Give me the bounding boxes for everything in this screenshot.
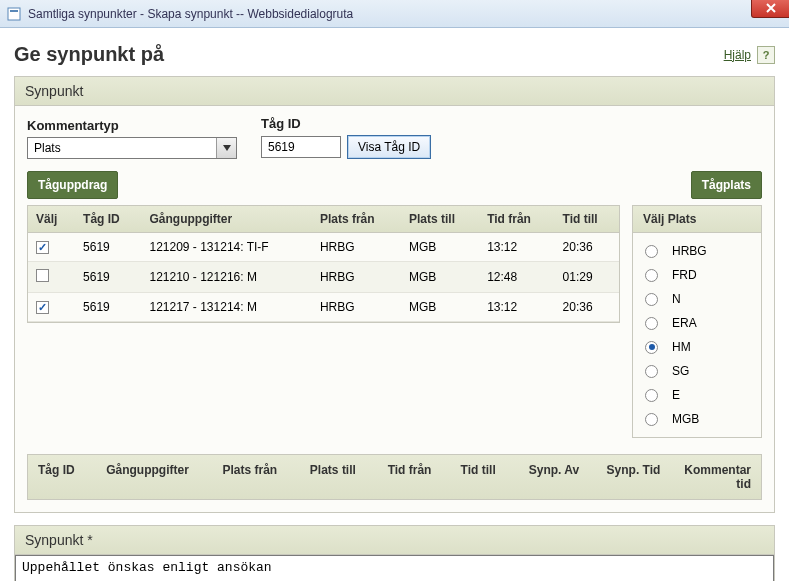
radio-label: HRBG [672, 244, 707, 258]
radio-row[interactable]: MGB [641, 407, 753, 431]
cell-tidfran: 13:12 [479, 293, 554, 322]
close-button[interactable] [751, 0, 789, 18]
radio-label: SG [672, 364, 689, 378]
page-head: Ge synpunkt på Hjälp ? [14, 39, 775, 76]
page-icon [6, 6, 22, 22]
cell-gang: 121217 - 131214: M [141, 293, 311, 322]
form-row: Kommentartyp Plats Tåg ID Visa Tåg ID [27, 116, 762, 159]
synpunkt-panel-title: Synpunkt [15, 77, 774, 106]
page-title: Ge synpunkt på [14, 43, 164, 66]
row-checkbox[interactable] [36, 241, 49, 254]
cell-platstill: MGB [401, 233, 479, 262]
lh-synpav: Synp. Av [529, 463, 587, 491]
titlebar: Samtliga synpunkter - Skapa synpunkt -- … [0, 0, 789, 28]
kommentartyp-field: Kommentartyp Plats [27, 118, 237, 159]
tagid-label: Tåg ID [261, 116, 431, 131]
radio-row[interactable]: SG [641, 359, 753, 383]
synpunkt-text-body [15, 555, 774, 581]
cell-platsfran: HRBG [312, 293, 401, 322]
lh-synptid: Synp. Tid [607, 463, 665, 491]
tagplats-side-panel: Välj Plats HRBGFRDNERAHMSGEMGB [632, 205, 762, 438]
radio-label: ERA [672, 316, 697, 330]
cell-tidfran: 13:12 [479, 233, 554, 262]
lh-platsfran: Plats från [222, 463, 289, 491]
svg-rect-0 [8, 8, 20, 20]
radio-icon [645, 293, 658, 306]
radio-icon [645, 269, 658, 282]
th-valj: Välj [28, 206, 75, 233]
chevron-down-icon [216, 138, 236, 158]
page: Ge synpunkt på Hjälp ? Synpunkt Kommenta… [0, 28, 789, 581]
radio-label: E [672, 388, 680, 402]
radio-icon [645, 365, 658, 378]
cell-platstill: MGB [401, 293, 479, 322]
radio-row[interactable]: ERA [641, 311, 753, 335]
radio-row[interactable]: HRBG [641, 239, 753, 263]
cell-platsfran: HRBG [312, 262, 401, 293]
cell-gang: 121209 - 131214: TI-F [141, 233, 311, 262]
tagid-field: Tåg ID Visa Tåg ID [261, 116, 431, 159]
svg-rect-1 [10, 10, 18, 12]
cell-tagid: 5619 [75, 262, 141, 293]
radio-row[interactable]: N [641, 287, 753, 311]
cell-gang: 121210 - 121216: M [141, 262, 311, 293]
cell-platsfran: HRBG [312, 233, 401, 262]
cell-tidtill: 01:29 [555, 262, 619, 293]
visa-tagid-button[interactable]: Visa Tåg ID [347, 135, 431, 159]
tagid-input[interactable] [261, 136, 341, 158]
tab-buttons-row: Tåguppdrag Tågplats [27, 171, 762, 199]
taguppdrag-table-wrap: Välj Tåg ID Gånguppgifter Plats från Pla… [27, 205, 620, 323]
radio-icon [645, 341, 658, 354]
kommentartyp-select[interactable]: Plats [27, 137, 237, 159]
synpunkt-text-panel: Synpunkt * [14, 525, 775, 581]
lh-tagid: Tåg ID [38, 463, 86, 491]
cell-tagid: 5619 [75, 233, 141, 262]
cell-tidtill: 20:36 [555, 293, 619, 322]
taguppdrag-button[interactable]: Tåguppdrag [27, 171, 118, 199]
radio-row[interactable]: HM [641, 335, 753, 359]
lh-platstill: Plats till [310, 463, 368, 491]
side-body: HRBGFRDNERAHMSGEMGB [633, 233, 761, 437]
taguppdrag-table: Välj Tåg ID Gånguppgifter Plats från Pla… [28, 206, 619, 322]
synpunkt-textarea[interactable] [15, 555, 774, 581]
cell-platstill: MGB [401, 262, 479, 293]
kommentartyp-label: Kommentartyp [27, 118, 237, 133]
radio-icon [645, 245, 658, 258]
radio-label: N [672, 292, 681, 306]
lh-tidtill: Tid till [461, 463, 509, 491]
cell-tidfran: 12:48 [479, 262, 554, 293]
tagplats-button[interactable]: Tågplats [691, 171, 762, 199]
lower-header-bar: Tåg ID Gånguppgifter Plats från Plats ti… [27, 454, 762, 500]
cell-tagid: 5619 [75, 293, 141, 322]
row-checkbox[interactable] [36, 269, 49, 282]
radio-label: FRD [672, 268, 697, 282]
side-title: Välj Plats [633, 206, 761, 233]
help-link[interactable]: Hjälp [724, 48, 751, 62]
th-platstill: Plats till [401, 206, 479, 233]
th-tidtill: Tid till [555, 206, 619, 233]
lh-kommentartid: Kommentar tid [684, 463, 751, 491]
th-gang: Gånguppgifter [141, 206, 311, 233]
synpunkt-panel: Synpunkt Kommentartyp Plats Tåg ID [14, 76, 775, 513]
lh-tidfran: Tid från [388, 463, 441, 491]
radio-icon [645, 317, 658, 330]
layout-row: Välj Tåg ID Gånguppgifter Plats från Pla… [27, 205, 762, 438]
cell-tidtill: 20:36 [555, 233, 619, 262]
synpunkt-text-title: Synpunkt * [15, 526, 774, 555]
row-checkbox[interactable] [36, 301, 49, 314]
lh-gang: Gånguppgifter [106, 463, 202, 491]
help-group: Hjälp ? [724, 46, 775, 64]
table-row[interactable]: 5619121209 - 131214: TI-FHRBGMGB13:1220:… [28, 233, 619, 262]
radio-label: MGB [672, 412, 699, 426]
radio-row[interactable]: E [641, 383, 753, 407]
th-platsfran: Plats från [312, 206, 401, 233]
table-row[interactable]: 5619121217 - 131214: MHRBGMGB13:1220:36 [28, 293, 619, 322]
radio-icon [645, 389, 658, 402]
th-tagid: Tåg ID [75, 206, 141, 233]
window-title: Samtliga synpunkter - Skapa synpunkt -- … [28, 7, 353, 21]
table-row[interactable]: 5619121210 - 121216: MHRBGMGB12:4801:29 [28, 262, 619, 293]
radio-icon [645, 413, 658, 426]
radio-row[interactable]: FRD [641, 263, 753, 287]
close-icon [765, 3, 777, 13]
help-button[interactable]: ? [757, 46, 775, 64]
